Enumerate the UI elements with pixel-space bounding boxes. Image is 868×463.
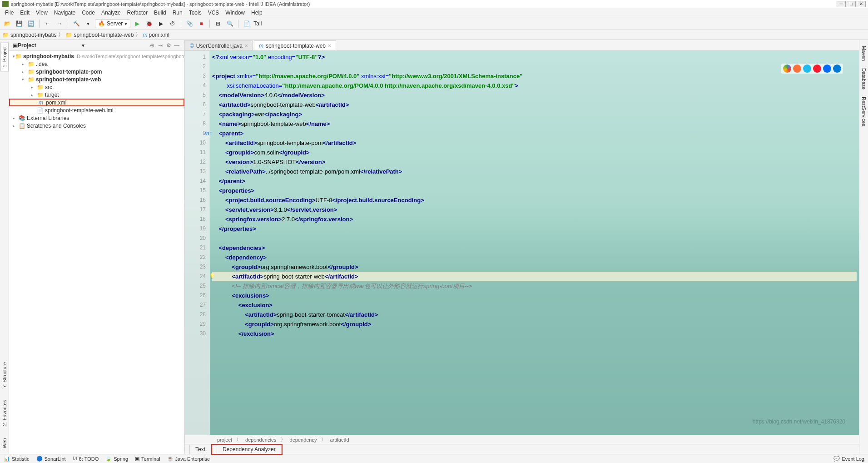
- structure-icon[interactable]: ⊞: [213, 19, 223, 29]
- tree-iml[interactable]: 📄springboot-template-web.iml: [9, 106, 184, 114]
- terminal-tool[interactable]: ▣ Terminal: [135, 456, 160, 462]
- maximize-button[interactable]: □: [847, 1, 856, 7]
- coverage-button[interactable]: ▶: [156, 19, 166, 29]
- menu-refactor[interactable]: Refactor: [124, 10, 150, 16]
- tab-usercontroller[interactable]: ©UserController.java×: [185, 40, 253, 50]
- search-icon[interactable]: 🔍: [225, 19, 235, 29]
- tree-web-module[interactable]: ▾📁springboot-template-web: [9, 75, 184, 83]
- minimize-button[interactable]: ─: [837, 1, 846, 7]
- menubar: FileEditViewNavigateCodeAnalyzeRefactorB…: [0, 8, 868, 17]
- tree-idea[interactable]: ▸📁.idea: [9, 60, 184, 68]
- java-enterprise-tool[interactable]: ☕ Java Enterprise: [167, 456, 210, 462]
- dependency-analyzer-tab[interactable]: Dependency Analyzer: [217, 445, 282, 454]
- open-button[interactable]: 📂: [2, 19, 12, 29]
- edge-icon[interactable]: [833, 65, 841, 73]
- close-button[interactable]: ✕: [857, 1, 866, 7]
- nav-sep: 〉: [58, 31, 64, 39]
- chrome-icon[interactable]: [783, 65, 791, 73]
- tree-pom-module[interactable]: ▸📁springboot-template-pom: [9, 68, 184, 75]
- tree-src[interactable]: ▸📁src: [9, 83, 184, 91]
- server-icon: 🔥: [98, 20, 105, 27]
- left-tool-strip: 1: Project 7: Structure 2: Favorites Web: [0, 40, 9, 454]
- tail-icon[interactable]: 📄: [242, 19, 252, 29]
- back-button[interactable]: ←: [43, 19, 53, 29]
- browser-preview-bar: [781, 64, 843, 74]
- spring-tool[interactable]: 🍃 Spring: [105, 456, 128, 462]
- maven-tool-tab[interactable]: Maven: [860, 42, 868, 65]
- tab-pom[interactable]: mspringboot-template-web×: [254, 40, 336, 50]
- nav-file[interactable]: m pom.xml: [143, 32, 169, 38]
- save-button[interactable]: 💾: [14, 19, 24, 29]
- tree-target[interactable]: ▸📁target: [9, 91, 184, 99]
- nav-sep: 〉: [135, 31, 141, 39]
- structure-tool-tab[interactable]: 7: Structure: [1, 358, 8, 392]
- safari-icon[interactable]: [823, 65, 831, 73]
- window-title: springboot-mybatis [D:\work\Templete\spr…: [11, 1, 837, 7]
- attach-icon[interactable]: 📎: [184, 19, 194, 29]
- tree-external-libs[interactable]: ▸📚External Libraries: [9, 114, 184, 122]
- tail-label[interactable]: Tail: [253, 20, 262, 27]
- web-tool-tab[interactable]: Web: [1, 434, 8, 452]
- chevron-down-icon[interactable]: ▾: [82, 42, 84, 49]
- database-tool-tab[interactable]: Database: [860, 65, 868, 93]
- event-log-tool[interactable]: 💬 Event Log: [833, 456, 864, 462]
- app-icon: [2, 1, 9, 7]
- rest-tool-tab[interactable]: RestServices: [860, 93, 868, 130]
- project-panel: ▣ Project ▾ ⊕ ⇥ ⚙ — ▾📁 springboot-mybati…: [9, 40, 185, 454]
- statistic-tool[interactable]: 📊 Statistic: [4, 456, 30, 462]
- menu-edit[interactable]: Edit: [17, 10, 32, 16]
- sync-button[interactable]: 🔄: [26, 19, 36, 29]
- menu-navigate[interactable]: Navigate: [51, 10, 78, 16]
- favorites-tool-tab[interactable]: 2: Favorites: [1, 396, 8, 429]
- menu-code[interactable]: Code: [79, 10, 98, 16]
- opera-icon[interactable]: [813, 65, 821, 73]
- project-view-icon[interactable]: ▣: [13, 42, 18, 49]
- toolbar: 📂 💾 🔄 ← → 🔨 ▾ 🔥 Server ▾ ▶ 🐞 ▶ ⏱ 📎 ■ ⊞ 🔍…: [0, 17, 868, 30]
- titlebar: springboot-mybatis [D:\work\Templete\spr…: [0, 0, 868, 8]
- menu-analyze[interactable]: Analyze: [99, 10, 124, 16]
- nav-root[interactable]: 📁springboot-mybatis: [2, 32, 56, 38]
- ie-icon[interactable]: [803, 65, 811, 73]
- close-icon[interactable]: ×: [328, 43, 331, 49]
- right-tool-strip: Maven Database RestServices: [859, 40, 868, 454]
- gear-icon[interactable]: ⚙: [164, 42, 173, 49]
- forward-button[interactable]: →: [55, 19, 64, 29]
- text-tab[interactable]: Text: [189, 445, 211, 454]
- close-icon[interactable]: ×: [245, 43, 248, 49]
- nav-module[interactable]: 📁springboot-template-web: [65, 32, 134, 38]
- run-config-label: Server: [107, 20, 123, 27]
- breadcrumb-item[interactable]: dependency: [288, 437, 318, 443]
- project-tool-tab[interactable]: 1: Project: [0, 42, 9, 71]
- project-panel-title: Project: [18, 42, 82, 49]
- profile-button[interactable]: ⏱: [168, 19, 178, 29]
- breadcrumb-item[interactable]: artifactId: [329, 437, 351, 443]
- menu-tools[interactable]: Tools: [186, 10, 204, 16]
- stop-button[interactable]: ■: [196, 19, 206, 29]
- hide-icon[interactable]: —: [173, 42, 181, 49]
- menu-run[interactable]: Run: [170, 10, 185, 16]
- dropdown-icon[interactable]: ▾: [83, 19, 93, 29]
- chevron-down-icon: ▾: [124, 20, 127, 27]
- menu-view[interactable]: View: [33, 10, 50, 16]
- tree-scratches[interactable]: ▸📋Scratches and Consoles: [9, 122, 184, 129]
- menu-file[interactable]: File: [2, 10, 16, 16]
- menu-build[interactable]: Build: [151, 10, 169, 16]
- menu-help[interactable]: Help: [248, 10, 265, 16]
- todo-tool[interactable]: ☑ 6: TODO: [73, 456, 99, 462]
- run-button[interactable]: ▶: [132, 19, 142, 29]
- menu-vcs[interactable]: VCS: [205, 10, 222, 16]
- code-editor[interactable]: 123456789m↑10111213141516171819202122232…: [185, 51, 859, 435]
- menu-window[interactable]: Window: [223, 10, 248, 16]
- debug-button[interactable]: 🐞: [144, 19, 154, 29]
- tree-root[interactable]: ▾📁 springboot-mybatisD:\work\Templete\sp…: [9, 52, 184, 60]
- tree-pom-xml[interactable]: mpom.xml: [9, 99, 184, 106]
- run-config-selector[interactable]: 🔥 Server ▾: [95, 19, 130, 28]
- build-button[interactable]: 🔨: [71, 19, 81, 29]
- sonarlint-tool[interactable]: 🔵 SonarLint: [36, 456, 66, 462]
- breadcrumb-item[interactable]: project: [216, 437, 233, 443]
- target-icon[interactable]: ⊕: [148, 42, 156, 49]
- breadcrumb-item[interactable]: dependencies: [244, 437, 278, 443]
- collapse-icon[interactable]: ⇥: [156, 42, 164, 49]
- editor-bottom-tabs: Text Dependency Analyzer: [185, 444, 859, 454]
- firefox-icon[interactable]: [793, 65, 801, 73]
